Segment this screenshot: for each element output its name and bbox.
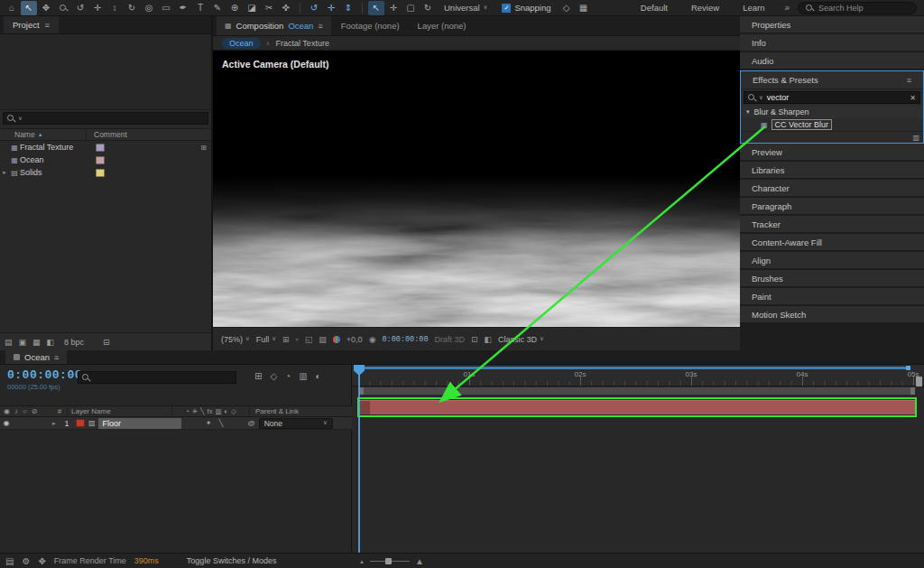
type-tool-icon[interactable]: T: [192, 1, 208, 15]
snapping-toggle[interactable]: ✓ Snapping: [502, 3, 550, 13]
toggle-switches-modes-button[interactable]: Toggle Switches / Modes: [187, 556, 277, 565]
hide-shy-layers-icon[interactable]: ◔: [285, 371, 291, 381]
adjust-exposure-icon[interactable]: ◧: [485, 335, 493, 344]
panel-libraries[interactable]: Libraries: [740, 162, 924, 180]
panel-brushes[interactable]: Brushes: [740, 270, 924, 288]
frame-blending-icon[interactable]: ▥: [299, 371, 307, 381]
layer-label-color-chip[interactable]: [76, 419, 85, 427]
timeline-search-input[interactable]: [78, 371, 236, 384]
project-search-input[interactable]: ∨: [3, 112, 208, 125]
workspace-overflow-icon[interactable]: »: [784, 3, 790, 13]
layer-name-floor[interactable]: Floor: [98, 418, 181, 429]
tab-project[interactable]: Project ≡: [4, 16, 59, 33]
tab-composition-ocean[interactable]: ▦ Composition Ocean ≡: [217, 16, 331, 35]
search-help-field[interactable]: Search Help: [798, 2, 917, 14]
project-item-solids[interactable]: ▸ ▤ Solids: [0, 166, 211, 179]
transparency-grid-icon[interactable]: ▨: [319, 335, 327, 344]
gizmo-scale-icon[interactable]: ▢: [402, 1, 419, 15]
panel-menu-icon[interactable]: ≡: [318, 22, 322, 31]
layer-name-column-header[interactable]: Layer Name: [67, 406, 171, 416]
label-color-chip[interactable]: [96, 144, 105, 152]
parent-link-dropdown[interactable]: None ∨: [259, 418, 333, 429]
take-snapshot-icon[interactable]: ◉: [369, 335, 376, 344]
layer-row-floor[interactable]: ◉ ▸ 1 ▨ Floor ✦ ╲ @ None ∨: [0, 417, 352, 430]
pan-under-cursor-icon[interactable]: ✛: [323, 1, 339, 15]
brush-tool-icon[interactable]: ✎: [209, 1, 226, 15]
eraser-tool-icon[interactable]: ◪: [244, 1, 260, 15]
gizmo-position-icon[interactable]: ✛: [385, 1, 402, 15]
column-comment[interactable]: Comment: [87, 130, 127, 139]
workspace-default[interactable]: Default: [641, 3, 668, 13]
column-name[interactable]: Name ▲: [0, 129, 87, 140]
color-depth-icon[interactable]: ◧: [47, 338, 55, 347]
show-channel-icon[interactable]: [333, 336, 340, 343]
time-ruler[interactable]: 01s 02s 03s 04s 05s: [352, 365, 924, 386]
label-color-chip[interactable]: [96, 156, 105, 164]
panel-menu-icon[interactable]: ≡: [54, 353, 59, 362]
hand-tool-icon[interactable]: ✥: [38, 1, 54, 15]
clear-search-icon[interactable]: ✕: [910, 94, 916, 102]
panel-align[interactable]: Align: [740, 252, 924, 270]
zoom-slider-track[interactable]: [370, 561, 410, 562]
project-item-fractal-texture[interactable]: ▦ Fractal Texture ⊞: [0, 141, 211, 154]
mask-visibility-icon[interactable]: ▫: [296, 335, 299, 344]
clone-stamp-tool-icon[interactable]: ⊕: [226, 1, 243, 15]
work-area-bar[interactable]: [359, 387, 915, 395]
timeline-zoom-control[interactable]: ▲ ▲: [359, 554, 424, 568]
puppet-pin-tool-icon[interactable]: ✜: [278, 1, 294, 15]
panel-info[interactable]: Info: [740, 34, 924, 52]
composition-viewport[interactable]: Active Camera (Default): [213, 51, 740, 327]
renderer-dropdown[interactable]: Classic 3D ∨: [498, 335, 544, 344]
panel-audio[interactable]: Audio: [740, 52, 924, 70]
create-folder-icon[interactable]: ▣: [19, 338, 27, 347]
effect-item-cc-vector-blur[interactable]: ▦ CC Vector Blur: [741, 118, 923, 131]
expand-layer-switches-icon[interactable]: ▤: [5, 556, 14, 566]
panel-content-aware-fill[interactable]: Content-Aware Fill: [740, 234, 924, 252]
eye-icon[interactable]: ◉: [0, 419, 13, 427]
render-settings-icon[interactable]: ⚙: [22, 556, 30, 566]
create-composition-icon[interactable]: ▦: [32, 338, 41, 347]
panel-menu-icon[interactable]: ≡: [907, 76, 911, 85]
zoom-in-icon[interactable]: ▲: [415, 556, 424, 566]
interpret-footage-icon[interactable]: ▤: [5, 338, 13, 347]
preview-timecode[interactable]: 0:00:00:00: [382, 335, 428, 344]
pen-tool-icon[interactable]: ✒: [175, 1, 191, 15]
current-timecode[interactable]: 0:00:00:00: [7, 368, 82, 382]
resolution-dropdown[interactable]: Full ∨: [256, 335, 276, 344]
workspace-learn[interactable]: Learn: [743, 3, 764, 13]
fast-previews-icon[interactable]: ⊡: [471, 335, 478, 344]
zoom-slider-handle[interactable]: [385, 558, 392, 564]
label-color-chip[interactable]: [96, 169, 105, 177]
zoom-tool-icon[interactable]: [55, 1, 71, 15]
panel-paragraph[interactable]: Paragraph: [740, 198, 924, 216]
project-item-ocean[interactable]: ▦ Ocean: [0, 154, 211, 166]
parent-link-column-header[interactable]: Parent & Link: [249, 406, 352, 416]
dolly-camera-tool-icon[interactable]: ↕: [106, 1, 123, 15]
dolly-towards-cursor-icon[interactable]: ⇕: [340, 1, 356, 15]
snap-edges-icon[interactable]: ◇: [559, 1, 575, 15]
region-of-interest-icon[interactable]: ◱: [305, 335, 313, 344]
panel-effects-presets[interactable]: Effects & Presets ≡: [741, 71, 923, 89]
panel-paint[interactable]: Paint: [740, 288, 924, 306]
collapse-switch-icon[interactable]: ✦: [206, 419, 212, 427]
layer-switches[interactable]: ✦ ╲: [181, 419, 248, 427]
zoom-out-icon[interactable]: ▲: [359, 559, 365, 564]
draft-3d-icon[interactable]: ◇: [270, 371, 277, 381]
time-navigator-bar[interactable]: [359, 367, 910, 369]
work-area-end-marker[interactable]: [916, 377, 922, 386]
comp-mini-flowchart-icon[interactable]: ⊞: [254, 371, 262, 381]
panel-preview[interactable]: Preview: [740, 144, 924, 162]
rotation-tool-icon[interactable]: ↻: [124, 1, 140, 15]
draft-3d-toggle[interactable]: Draft 3D: [435, 335, 466, 344]
unified-camera-tool-icon[interactable]: ◎: [141, 1, 157, 15]
panel-menu-icon[interactable]: ≡: [45, 21, 50, 30]
twirl-right-icon[interactable]: ▸: [52, 420, 61, 427]
mask-shape-tool-icon[interactable]: ▭: [158, 1, 174, 15]
panel-properties[interactable]: Properties: [740, 16, 924, 34]
workspace-review[interactable]: Review: [691, 3, 719, 13]
twirl-down-icon[interactable]: ▾: [746, 108, 750, 116]
orbit-camera-tool-icon[interactable]: ↺: [72, 1, 88, 15]
gizmo-select-icon[interactable]: ↖: [368, 1, 384, 15]
tab-footage[interactable]: Footage (none): [333, 16, 408, 35]
panel-tracker[interactable]: Tracker: [740, 216, 924, 234]
